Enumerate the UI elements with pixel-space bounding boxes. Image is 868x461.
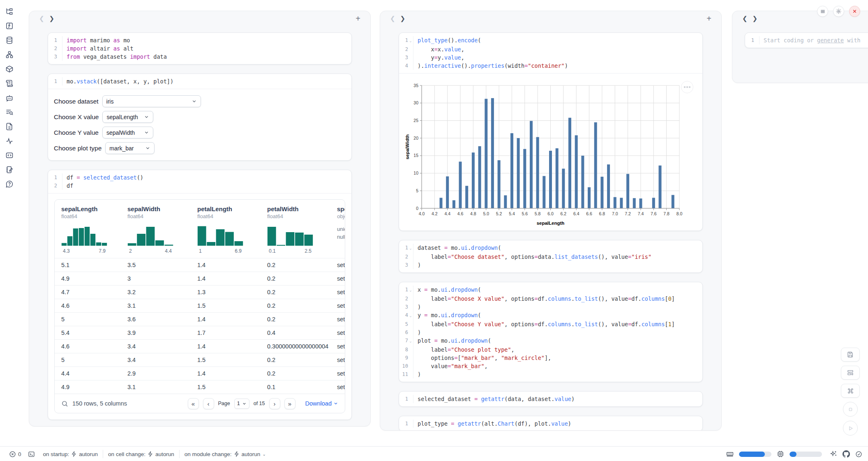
documentation-icon[interactable] xyxy=(5,122,14,131)
outline-search-icon[interactable] xyxy=(5,108,14,116)
svg-text:30: 30 xyxy=(413,100,418,105)
add-cell-button[interactable]: + xyxy=(353,14,363,23)
functions-icon[interactable] xyxy=(5,22,14,30)
shutdown-button[interactable] xyxy=(849,6,860,17)
column-histogram[interactable] xyxy=(197,225,243,246)
code-editor[interactable]: 1mo.vstack([dataset, x, y, plot]) xyxy=(48,74,351,89)
column-left-arrow[interactable]: ❮ xyxy=(388,15,398,22)
table-cell: 5.4 xyxy=(61,330,127,336)
column-left-arrow[interactable]: ❮ xyxy=(37,15,47,22)
code-line: 3) xyxy=(399,303,702,311)
column-name[interactable]: sepalLength xyxy=(61,205,127,212)
code-editor[interactable]: 1⌄dataset = mo.ui.dropdown(2 label="Choo… xyxy=(399,240,702,272)
table-row[interactable]: 4.63.11.50.2setos xyxy=(55,299,345,312)
dependency-graph-icon[interactable] xyxy=(5,51,14,59)
fold-chevron-icon[interactable]: ⌄ xyxy=(408,36,413,45)
table-cell: 0.2 xyxy=(267,262,337,268)
table-row[interactable]: 4.63.41.40.30000000000000004setos xyxy=(55,339,345,353)
table-cell: 1.4 xyxy=(197,343,267,350)
save-button[interactable] xyxy=(841,348,860,362)
code-line: 2 label="Choose dataset", options=data.l… xyxy=(399,253,702,261)
table-row[interactable]: 4.42.91.40.2setos xyxy=(55,366,345,380)
snippets-icon[interactable] xyxy=(5,151,14,159)
first-page-button[interactable]: « xyxy=(188,398,199,409)
table-row[interactable]: 5.13.51.40.2setos xyxy=(55,258,345,272)
add-cell-button[interactable]: + xyxy=(704,14,714,23)
packages-icon[interactable] xyxy=(5,65,14,73)
column-histogram[interactable] xyxy=(267,225,313,246)
code-editor[interactable]: 1df = selected_dataset()2df xyxy=(48,170,351,193)
column-histogram[interactable] xyxy=(61,225,107,246)
y-value-select[interactable]: sepalWidth xyxy=(102,127,153,138)
column-name[interactable]: petalWidth xyxy=(267,205,337,212)
logs-icon[interactable] xyxy=(5,79,14,88)
scratchpad-icon[interactable] xyxy=(5,166,14,174)
column-right-arrow[interactable]: ❯ xyxy=(47,15,57,22)
code-text: x = mo.ui.dropdown( xyxy=(413,286,481,295)
page-select[interactable]: 1 xyxy=(234,399,249,409)
column-histogram[interactable] xyxy=(127,225,173,246)
layout-button[interactable] xyxy=(841,366,860,380)
column-name[interactable]: speci xyxy=(337,205,345,212)
code-editor[interactable]: 1selected_dataset = getattr(data, datase… xyxy=(399,392,702,406)
github-icon[interactable] xyxy=(843,450,850,458)
ai-chat-icon[interactable] xyxy=(5,94,14,102)
code-editor[interactable]: 1import marimo as mo2import altair as al… xyxy=(48,33,351,64)
dataset-select[interactable]: iris xyxy=(102,95,201,107)
code-editor[interactable]: 1plot_type = getattr(alt.Chart(df), plot… xyxy=(399,416,702,431)
database-icon[interactable] xyxy=(5,36,14,44)
settings-button[interactable] xyxy=(833,6,844,17)
search-icon[interactable] xyxy=(61,400,68,407)
file-tree-icon[interactable] xyxy=(5,7,14,16)
column-right-arrow[interactable]: ❯ xyxy=(398,15,408,22)
cell-dataframe: 1df = selected_dataset()2df sepalLengthf… xyxy=(48,170,352,420)
on-module-change-setting[interactable]: on module change: autorun ⌄ xyxy=(180,451,271,457)
svg-text:15: 15 xyxy=(413,153,418,158)
keyboard-shortcuts-button[interactable] xyxy=(841,384,860,398)
error-indicator[interactable]: 0 xyxy=(6,451,25,458)
table-row[interactable]: 4.93.11.50.1setos xyxy=(55,380,345,394)
on-startup-setting[interactable]: on startup: autorun xyxy=(38,451,103,457)
chart-options-button[interactable] xyxy=(681,81,693,93)
run-button[interactable] xyxy=(843,421,858,436)
column-left-arrow[interactable]: ❮ xyxy=(740,15,750,22)
table-row[interactable]: 4.73.21.30.2setos xyxy=(55,285,345,299)
fold-chevron-icon[interactable]: ⌄ xyxy=(408,244,413,253)
column-type: float64 xyxy=(197,213,267,219)
menu-button[interactable] xyxy=(817,6,828,17)
table-footer: 150 rows, 5 columns « ‹ Page 1 of 15 › » xyxy=(55,394,345,413)
table-row[interactable]: 4.931.40.2setos xyxy=(55,272,345,285)
x-circle-icon xyxy=(9,451,16,458)
column-right-arrow[interactable]: ❯ xyxy=(750,15,760,22)
table-cell: 5.1 xyxy=(61,262,127,268)
terminal-button[interactable] xyxy=(25,451,38,458)
line-number: 2 xyxy=(48,182,57,190)
next-page-button[interactable]: › xyxy=(269,398,280,409)
fold-chevron-icon[interactable]: ⌄ xyxy=(408,337,413,346)
column-name[interactable]: petalLength xyxy=(197,205,267,212)
ai-sparkles-icon[interactable] xyxy=(830,450,837,458)
table-row[interactable]: 5.43.91.70.4setos xyxy=(55,326,345,339)
prev-page-button[interactable]: ‹ xyxy=(203,398,214,409)
column-name[interactable]: sepalWidth xyxy=(127,205,197,212)
bar-chart[interactable]: 4.04.24.44.64.85.05.25.45.65.86.06.26.46… xyxy=(399,74,702,230)
table-row[interactable]: 53.61.40.2setos xyxy=(55,312,345,326)
chevron-down-icon xyxy=(242,401,247,406)
connection-status-icon[interactable] xyxy=(855,451,862,458)
code-editor[interactable]: 1Start coding or generate with xyxy=(745,33,868,48)
table-cell: 4.9 xyxy=(61,384,127,390)
code-editor[interactable]: 1⌄plot_type().encode(2 x=x.value,3 y=y.v… xyxy=(399,33,702,73)
stop-button[interactable] xyxy=(843,402,858,417)
x-value-select[interactable]: sepalLength xyxy=(102,111,153,123)
last-page-button[interactable]: » xyxy=(284,398,295,409)
line-number: 1 xyxy=(399,36,408,45)
help-icon[interactable] xyxy=(5,180,14,188)
tracing-icon[interactable] xyxy=(5,137,14,145)
on-cell-change-setting[interactable]: on cell change: autorun xyxy=(103,451,179,457)
plot-type-select[interactable]: mark_bar xyxy=(105,142,155,154)
fold-chevron-icon[interactable]: ⌄ xyxy=(408,286,413,295)
code-editor[interactable]: 1⌄x = mo.ui.dropdown(2 label="Choose X v… xyxy=(399,282,702,382)
table-row[interactable]: 53.41.50.2setos xyxy=(55,353,345,366)
fold-chevron-icon[interactable]: ⌄ xyxy=(408,311,413,320)
download-button[interactable]: Download xyxy=(305,400,339,407)
